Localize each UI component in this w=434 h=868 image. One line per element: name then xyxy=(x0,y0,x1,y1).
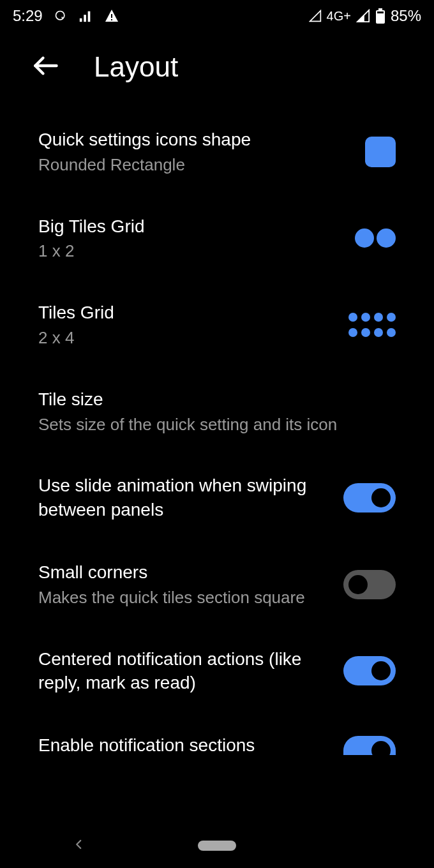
svg-rect-2 xyxy=(80,19,82,22)
setting-notif-sections[interactable]: Enable notification sections xyxy=(38,714,396,758)
setting-small-corners[interactable]: Small corners Makes the quick tiles sect… xyxy=(38,541,396,628)
battery-icon xyxy=(375,8,385,24)
svg-rect-6 xyxy=(111,19,112,20)
nav-bar xyxy=(0,823,434,868)
setting-subtitle: 2 x 4 xyxy=(38,327,336,349)
setting-slide-animation[interactable]: Use slide animation when swiping between… xyxy=(38,454,396,541)
page-title: Layout xyxy=(94,51,178,83)
signal-triangle-icon xyxy=(309,10,322,22)
setting-title: Centered notification actions (like repl… xyxy=(38,647,331,696)
status-time: 5:29 xyxy=(13,7,43,25)
setting-title: Enable notification sections xyxy=(38,733,331,758)
shape-preview-icon xyxy=(365,137,396,167)
header: Layout xyxy=(0,32,434,108)
toggle-slide-animation[interactable] xyxy=(343,483,396,513)
settings-list: Quick settings icons shape Rounded Recta… xyxy=(0,108,434,758)
setting-qs-shape[interactable]: Quick settings icons shape Rounded Recta… xyxy=(38,108,396,195)
status-left: 5:29 xyxy=(13,7,119,25)
setting-title: Quick settings icons shape xyxy=(38,128,352,152)
setting-title: Use slide animation when swiping between… xyxy=(38,474,331,522)
toggle-centered-actions[interactable] xyxy=(343,656,396,685)
svg-rect-9 xyxy=(377,11,384,13)
big-tiles-preview-icon xyxy=(355,228,396,248)
setting-subtitle: Rounded Rectangle xyxy=(38,154,352,176)
status-bar: 5:29 4G+ 85% xyxy=(0,0,434,32)
setting-title: Small corners xyxy=(38,560,331,585)
nav-back-icon[interactable] xyxy=(73,837,85,854)
toggle-small-corners[interactable] xyxy=(343,570,396,599)
setting-title: Tiles Grid xyxy=(38,301,336,325)
search-icon xyxy=(54,10,67,22)
setting-title: Big Tiles Grid xyxy=(38,214,342,239)
setting-tile-size[interactable]: Tile size Sets size of the quick setting… xyxy=(38,368,396,455)
toggle-notif-sections[interactable] xyxy=(343,736,396,755)
setting-title: Tile size xyxy=(38,387,396,412)
setting-centered-actions[interactable]: Centered notification actions (like repl… xyxy=(38,628,396,715)
svg-point-0 xyxy=(56,11,64,20)
setting-big-tiles[interactable]: Big Tiles Grid 1 x 2 xyxy=(38,195,396,282)
warning-icon xyxy=(104,8,119,24)
svg-rect-5 xyxy=(111,14,112,18)
network-type: 4G+ xyxy=(327,9,351,24)
tiles-grid-preview-icon xyxy=(348,313,396,337)
svg-rect-4 xyxy=(87,11,90,22)
svg-line-1 xyxy=(61,17,63,19)
svg-rect-3 xyxy=(84,15,86,22)
battery-percent: 85% xyxy=(391,7,421,25)
nav-home-pill[interactable] xyxy=(198,841,236,851)
signal-bars-icon xyxy=(79,9,93,23)
svg-rect-7 xyxy=(378,8,382,10)
cell-signal-icon xyxy=(356,9,370,23)
setting-subtitle: Makes the quick tiles section square xyxy=(38,587,331,609)
setting-subtitle: Sets size of the quick setting and its i… xyxy=(38,414,396,436)
back-arrow-icon[interactable] xyxy=(32,52,59,82)
setting-tiles-grid[interactable]: Tiles Grid 2 x 4 xyxy=(38,281,396,368)
status-right: 4G+ 85% xyxy=(309,7,421,25)
setting-subtitle: 1 x 2 xyxy=(38,241,342,262)
